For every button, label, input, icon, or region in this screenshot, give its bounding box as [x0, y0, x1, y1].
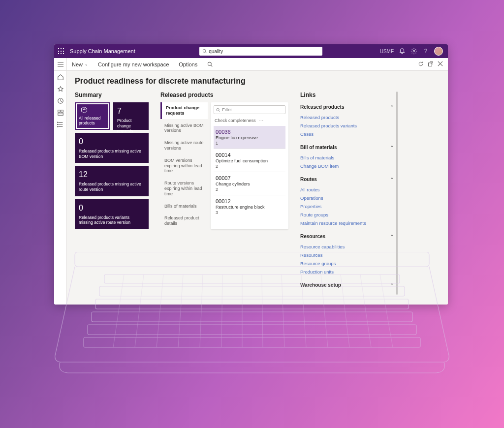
svg-rect-37	[88, 325, 416, 335]
chevron-up-icon: ⌃	[390, 177, 394, 182]
link-group-header[interactable]: Released products⌃	[300, 102, 394, 112]
global-search[interactable]	[199, 47, 322, 56]
chevron-up-icon: ⌃	[390, 105, 394, 109]
list-filter[interactable]	[214, 105, 285, 114]
link-group-header[interactable]: Routes⌃	[300, 175, 394, 184]
user-avatar[interactable]	[434, 47, 443, 56]
check-completeness-action[interactable]: Check completeness	[215, 118, 256, 123]
link-item[interactable]: Properties	[300, 204, 394, 209]
options-menu[interactable]: Options	[174, 61, 202, 67]
chevron-down-icon: ⌄	[85, 62, 88, 66]
link-item[interactable]: Released products variants	[300, 123, 394, 128]
list-filter-input[interactable]	[222, 107, 283, 112]
modules-icon[interactable]	[57, 121, 64, 128]
svg-rect-3	[58, 51, 59, 52]
svg-rect-2	[63, 48, 64, 49]
svg-line-16	[211, 65, 213, 67]
svg-line-10	[205, 52, 206, 53]
global-header: Supply Chain Management USMF ?	[54, 44, 448, 58]
gear-icon[interactable]	[410, 48, 417, 55]
links-column: Links Released products⌃Released product…	[300, 92, 394, 295]
app-launcher-icon[interactable]	[54, 48, 68, 54]
filter-tab[interactable]: Product change requests	[160, 102, 208, 119]
product-name: Supply Chain Management	[68, 48, 135, 54]
link-item[interactable]: Route groups	[300, 212, 394, 217]
svg-point-11	[413, 50, 415, 52]
popout-icon[interactable]	[428, 61, 434, 68]
link-item[interactable]: Operations	[300, 195, 394, 201]
svg-rect-6	[58, 53, 59, 54]
request-item[interactable]: 00007Change cylinders2	[214, 172, 285, 195]
global-search-input[interactable]	[209, 49, 319, 54]
svg-rect-1	[61, 48, 62, 49]
filter-tab[interactable]: Bills of materials	[160, 201, 208, 212]
link-group-header[interactable]: Resources⌃	[300, 232, 394, 241]
star-icon[interactable]	[57, 86, 64, 92]
more-actions-icon[interactable]: ···	[259, 118, 264, 123]
chevron-up-icon: ⌃	[390, 234, 394, 239]
legal-entity[interactable]: USMF	[380, 49, 394, 54]
released-column: Released products Product change request…	[160, 92, 288, 295]
svg-rect-7	[61, 53, 62, 54]
link-item[interactable]: Resources	[300, 252, 394, 258]
request-item[interactable]: 00012Restructure engine block3	[214, 195, 285, 218]
request-item[interactable]: 00036Engine too expensive1	[214, 126, 285, 149]
filter-tab[interactable]: Released product details	[160, 213, 208, 229]
tile-variants-miss[interactable]: 0Released products variants missing acti…	[75, 199, 149, 229]
svg-rect-4	[61, 51, 62, 52]
link-item[interactable]: Production units	[300, 269, 394, 275]
svg-line-31	[219, 111, 220, 112]
link-group: Warehouse setup⌃	[300, 280, 394, 290]
link-item[interactable]: Change BOM item	[300, 163, 394, 169]
tile-all[interactable]: All released products	[75, 102, 110, 130]
link-item[interactable]: Released products	[300, 115, 394, 120]
svg-point-9	[203, 49, 206, 52]
filter-tab[interactable]: Route versions expiring within lead time	[160, 178, 208, 199]
chevron-up-icon: ⌃	[390, 283, 394, 287]
link-group: Released products⌃Released productsRelea…	[300, 102, 394, 138]
tile-miss-route[interactable]: 12Released products missing active route…	[75, 166, 149, 196]
find-icon[interactable]	[202, 61, 218, 67]
link-item[interactable]: Resource capabilities	[300, 244, 394, 249]
workspaces-icon[interactable]	[57, 109, 64, 116]
svg-point-27	[57, 122, 58, 122]
filter-tabs: Product change requestsMissing active BO…	[160, 102, 208, 229]
svg-point-15	[208, 62, 212, 65]
svg-rect-38	[84, 337, 420, 347]
bell-icon[interactable]	[399, 48, 406, 55]
link-item[interactable]: Bills of materials	[300, 155, 394, 160]
link-item[interactable]: Maintain resource requirements	[300, 220, 394, 226]
refresh-icon[interactable]	[418, 61, 424, 68]
svg-rect-5	[63, 51, 64, 52]
svg-rect-21	[58, 110, 60, 112]
link-item[interactable]: All routes	[300, 187, 394, 192]
configure-workspace[interactable]: Configure my new workspace	[93, 61, 174, 67]
link-group-header[interactable]: Warehouse setup⌃	[300, 280, 394, 290]
help-icon[interactable]: ?	[422, 48, 429, 55]
link-group-header[interactable]: Bill of materials⌃	[300, 143, 394, 152]
svg-rect-36	[92, 312, 412, 322]
home-icon[interactable]	[57, 74, 64, 81]
link-item[interactable]: Resource groups	[300, 261, 394, 266]
link-group: Routes⌃All routesOperationsPropertiesRou…	[300, 175, 394, 227]
recent-icon[interactable]	[57, 97, 64, 104]
summary-heading: Summary	[75, 92, 149, 98]
svg-point-28	[57, 124, 58, 124]
tile-changereq[interactable]: 7Product change requests	[113, 102, 149, 130]
tile-miss-bom[interactable]: 0Released products missing active BOM ve…	[75, 133, 149, 163]
workspace-content: Product readiness for discrete manufactu…	[67, 71, 448, 305]
svg-rect-22	[61, 110, 63, 112]
filter-tab[interactable]: BOM versions expiring within lead time	[160, 155, 208, 177]
link-item[interactable]: Cases	[300, 131, 394, 137]
svg-point-29	[57, 126, 58, 127]
hamburger-icon[interactable]	[54, 58, 67, 70]
filter-tab[interactable]: Missing active BOM versions	[160, 120, 208, 137]
command-bar: New⌄ Configure my new workspace Options	[54, 58, 448, 71]
summary-column: Summary All released products7Product ch…	[75, 92, 149, 295]
filter-tab[interactable]: Missing active route versions	[160, 137, 208, 154]
page-title: Product readiness for discrete manufactu…	[75, 77, 440, 86]
new-menu[interactable]: New⌄	[67, 61, 93, 67]
request-item[interactable]: 00014Optimize fuel consumption2	[214, 149, 285, 172]
close-icon[interactable]	[438, 61, 443, 68]
svg-rect-0	[58, 48, 59, 49]
